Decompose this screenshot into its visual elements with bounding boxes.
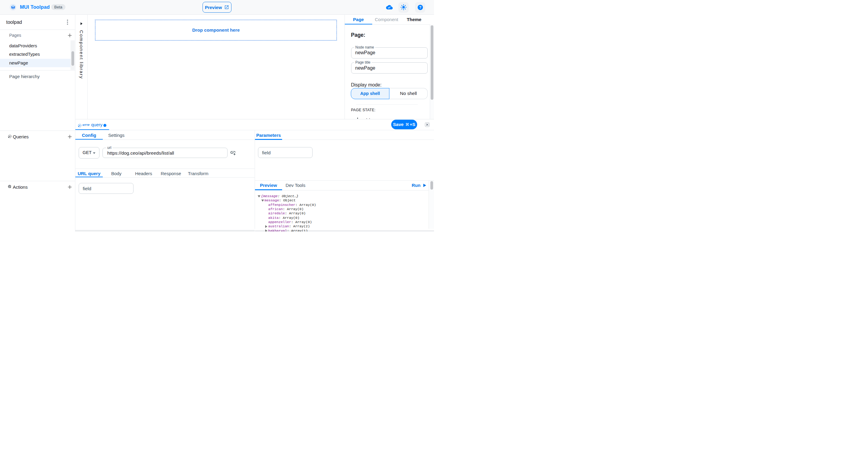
svg-text:?: ? bbox=[419, 5, 421, 9]
